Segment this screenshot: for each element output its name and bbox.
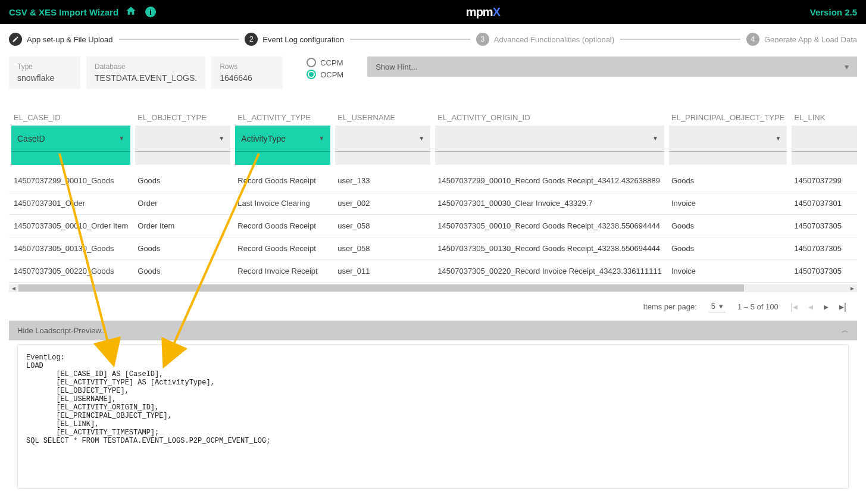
column-selector-principal[interactable]: ▼	[669, 126, 787, 165]
selector-value: CaseID	[17, 134, 45, 143]
table-header-row: EL_CASE_ID EL_OBJECT_TYPE EL_ACTIVITY_TY…	[9, 109, 857, 126]
chevron-down-icon: ▼	[118, 135, 124, 142]
scroll-right-icon[interactable]: ►	[848, 285, 857, 292]
chevron-down-icon: ▼	[775, 135, 781, 142]
column-selector-originid[interactable]: ▼	[435, 126, 664, 165]
pagination: Items per page: 5 ▾ 1 – 5 of 100 |◂ ◂ ▸ …	[9, 292, 857, 321]
step-separator	[119, 39, 239, 40]
horizontal-scrollbar[interactable]: ◄ ►	[9, 284, 857, 292]
step-4-label: Generate App & Load Data	[764, 35, 857, 44]
table-row: 14507037305_00130_GoodsGoodsRecord Goods…	[9, 237, 857, 260]
chevron-down-icon: ▼	[218, 135, 224, 142]
radio-ocpm[interactable]: OCPM	[307, 70, 343, 79]
radio-icon	[307, 58, 316, 67]
col-header: EL_ACTIVITY_TYPE	[233, 109, 333, 126]
radio-ccpm[interactable]: CCPM	[307, 58, 343, 67]
mode-radio-group: CCPM OCPM	[307, 57, 343, 82]
first-page-icon[interactable]: |◂	[790, 301, 798, 312]
col-header: EL_CASE_ID	[9, 109, 133, 126]
logo-accent: X	[493, 5, 500, 18]
col-header: EL_ACTIVITY_ORIGIN_ID	[433, 109, 667, 126]
per-page-value: 5	[711, 302, 715, 311]
step-4[interactable]: 4 Generate App & Load Data	[746, 33, 857, 46]
chevron-down-icon: ▼	[652, 135, 658, 142]
column-selector-username[interactable]: ▼	[335, 126, 430, 165]
info-db-label: Database	[95, 62, 197, 71]
chevron-down-icon: ▼	[418, 135, 424, 142]
pagination-range: 1 – 5 of 100	[737, 302, 779, 311]
info-type: Type snowflake	[9, 57, 80, 89]
data-table: EL_CASE_ID EL_OBJECT_TYPE EL_ACTIVITY_TY…	[9, 109, 857, 283]
radio-ccpm-label: CCPM	[320, 58, 343, 67]
info-db-value: TESTDATA.EVENT_LOGS.	[95, 73, 197, 83]
step-1-label: App set-up & File Upload	[27, 35, 113, 44]
logo-main: mpm	[466, 5, 493, 18]
chevron-down-icon: ▾	[719, 302, 723, 311]
info-type-value: snowflake	[17, 73, 72, 83]
info-rows-value: 1646646	[220, 73, 274, 83]
version-label: Version 2.5	[810, 7, 857, 17]
items-per-page-label: Items per page:	[643, 302, 696, 311]
table-row: 14507037301_OrderOrderLast Invoice Clear…	[9, 192, 857, 215]
scroll-left-icon[interactable]: ◄	[9, 285, 18, 292]
chevron-down-icon: ▾	[845, 62, 849, 71]
col-header: EL_OBJECT_TYPE	[133, 109, 233, 126]
step-3[interactable]: 3 Advanced Functionalities (optional)	[476, 33, 614, 46]
column-selector-link[interactable]: ▼	[792, 126, 857, 165]
table-row: 14507037299_00010_GoodsGoodsRecord Goods…	[9, 170, 857, 192]
column-selector-activitytype[interactable]: ActivityType▼	[235, 126, 330, 165]
step-2[interactable]: 2 Event Log configuration	[245, 33, 344, 46]
selector-row: CaseID▼ ▼ ActivityType▼ ▼ ▼ ▼ ▼	[9, 126, 857, 170]
info-type-label: Type	[17, 62, 72, 71]
stepper: App set-up & File Upload 2 Event Log con…	[9, 33, 857, 46]
hint-placeholder: Show Hint...	[376, 62, 417, 71]
column-selector-objecttype[interactable]: ▼	[135, 126, 230, 165]
hint-dropdown[interactable]: Show Hint... ▾	[367, 57, 857, 77]
app-title: CSV & XES Import Wizard	[9, 7, 118, 17]
step-1[interactable]: App set-up & File Upload	[9, 33, 113, 46]
prev-page-icon[interactable]: ◂	[808, 301, 813, 312]
col-header: EL_PRINCIPAL_OBJECT_TYPE	[667, 109, 790, 126]
table-row: 14507037305_00010_Order ItemOrder ItemRe…	[9, 215, 857, 237]
table-row: 14507037305_00220_GoodsGoodsRecord Invoi…	[9, 260, 857, 283]
radio-ocpm-label: OCPM	[320, 70, 343, 79]
data-table-container: EL_CASE_ID EL_OBJECT_TYPE EL_ACTIVITY_TY…	[9, 109, 857, 283]
step-2-label: Event Log configuration	[262, 35, 344, 44]
loadscript-toggle[interactable]: Hide Loadscript-Preview... ︿	[9, 321, 857, 340]
next-page-icon[interactable]: ▸	[824, 301, 829, 312]
info-icon[interactable]: i	[145, 7, 156, 17]
logo: mpmX	[466, 5, 500, 19]
topbar: CSV & XES Import Wizard i mpmX Version 2…	[0, 0, 866, 24]
step-3-label: Advanced Functionalities (optional)	[494, 35, 614, 44]
items-per-page-select[interactable]: 5 ▾	[709, 300, 726, 312]
home-icon[interactable]	[126, 5, 136, 19]
loadscript-preview[interactable]: EventLog: LOAD [EL_CASE_ID] AS [CaseID],…	[18, 345, 848, 488]
info-rows: Rows 1646646	[211, 57, 283, 89]
scrollbar-thumb[interactable]	[18, 284, 744, 292]
chevron-up-icon: ︿	[842, 325, 849, 336]
last-page-icon[interactable]: ▸|	[839, 301, 846, 312]
step-separator	[620, 39, 740, 40]
column-selector-caseid[interactable]: CaseID▼	[11, 126, 130, 165]
chevron-down-icon: ▼	[318, 135, 324, 142]
loadscript-header-label: Hide Loadscript-Preview...	[17, 326, 107, 335]
step-separator	[350, 39, 470, 40]
radio-icon	[307, 70, 316, 79]
col-header: EL_USERNAME	[333, 109, 433, 126]
selector-value: ActivityType	[241, 134, 286, 143]
info-rows-label: Rows	[220, 62, 274, 71]
col-header: EL_LINK	[789, 109, 857, 126]
info-database: Database TESTDATA.EVENT_LOGS.	[86, 57, 205, 89]
